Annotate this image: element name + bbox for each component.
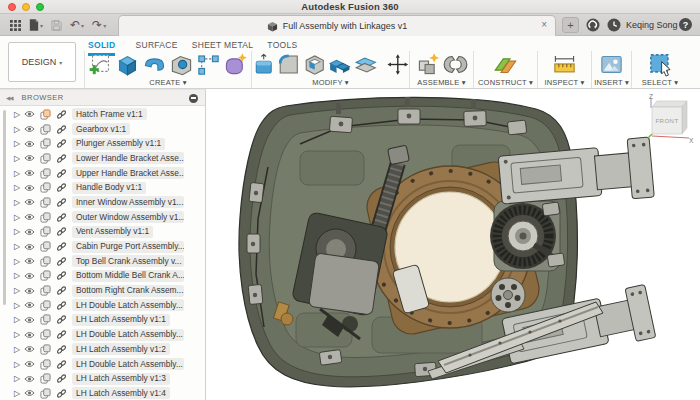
workspace-selector-button[interactable]: DESIGN ▾ [8,42,76,82]
close-tab-icon[interactable]: × [541,19,547,30]
expand-arrow-icon[interactable]: ▷ [14,154,24,163]
browser-tree-row[interactable]: ▷ Plunger Assembly v1:1 [0,136,206,151]
component-label[interactable]: Vent Assembly v1:1 [72,226,153,238]
expand-arrow-icon[interactable]: ▷ [14,198,24,207]
fillet-icon[interactable] [277,52,300,77]
visibility-eye-icon[interactable] [24,228,35,236]
component-label[interactable]: LH Double Latch Assembly... [72,329,184,341]
insert-image-icon[interactable] [599,52,624,77]
close-window-button[interactable] [8,3,16,11]
browser-tree-row[interactable]: ▷ Upper Handle Bracket Asse... [0,166,206,181]
component-label[interactable]: Gearbox v1:1 [72,123,130,135]
expand-arrow-icon[interactable]: ▷ [14,271,24,280]
browser-tree-row[interactable]: ▷ LH Latch Assembly v1:2 [0,342,206,357]
browser-tree-row[interactable]: ▷ LH Latch Assembly v1:1 [0,313,206,328]
revolve-icon[interactable] [142,52,167,77]
visibility-eye-icon[interactable] [24,272,35,280]
visibility-eye-icon[interactable] [24,184,35,192]
expand-arrow-icon[interactable]: ▷ [14,139,24,148]
redo-caret[interactable]: ▾ [103,22,106,29]
component-label[interactable]: Inner Window Assembly v1... [72,196,184,208]
visibility-eye-icon[interactable] [24,375,35,383]
browser-tree-row[interactable]: ▷ LH Double Latch Assembly... [0,357,206,372]
insert-menu[interactable]: INSERT ▾ [592,78,631,87]
file-menu-icon[interactable]: ▾ [29,19,43,31]
browser-tree-row[interactable]: ▷ Bottom Right Crank Assem... [0,283,206,298]
browser-tree-row[interactable]: ▷ Vent Assembly v1:1 [0,225,206,240]
move-copy-icon[interactable] [387,53,409,76]
expand-arrow-icon[interactable]: ▷ [14,389,24,398]
browser-tree-row[interactable]: ▷ LH Double Latch Assembly... [0,327,206,342]
visibility-eye-icon[interactable] [24,140,35,148]
measure-icon[interactable] [552,52,577,77]
visibility-eye-icon[interactable] [24,213,35,221]
joint-icon[interactable] [443,52,468,77]
visibility-eye-icon[interactable] [24,360,35,368]
combine-icon[interactable] [328,52,351,77]
select-menu[interactable]: SELECT ▾ [632,78,688,87]
construct-menu[interactable]: CONSTRUCT ▾ [474,78,537,87]
create-sketch-icon[interactable] [88,52,113,77]
component-label[interactable]: LH Latch Assembly v1:3 [72,373,170,385]
expand-arrow-icon[interactable]: ▷ [14,286,24,295]
new-component-icon[interactable] [416,52,441,77]
3d-viewport[interactable]: Z FRONT X ◀◀ BROWSER ▷ [0,89,700,400]
visibility-eye-icon[interactable] [24,345,35,353]
visibility-eye-icon[interactable] [24,389,35,397]
undo-caret[interactable]: ▾ [81,22,84,29]
expand-arrow-icon[interactable]: ▷ [14,213,24,222]
visibility-eye-icon[interactable] [24,243,35,251]
browser-tree-row[interactable]: ▷ LH Double Latch Assembly... [0,298,206,313]
browser-options-icon[interactable] [189,94,198,103]
collapse-panel-icon[interactable]: ◀◀ [6,95,12,101]
expand-arrow-icon[interactable]: ▷ [14,257,24,266]
browser-tree-row[interactable]: ▷ Outer Window Assembly v1... [0,210,206,225]
component-label[interactable]: Top Bell Crank Assembly v... [72,255,184,267]
browser-tree-row[interactable]: ▷ LH Latch Assembly v1:3 [0,371,206,386]
visibility-eye-icon[interactable] [24,257,35,265]
redo-icon[interactable]: ↷ ▾ [92,19,106,31]
expand-arrow-icon[interactable]: ▷ [14,345,24,354]
visibility-eye-icon[interactable] [24,198,35,206]
expand-arrow-icon[interactable]: ▷ [14,110,24,119]
expand-arrow-icon[interactable]: ▷ [14,169,24,178]
browser-tree-row[interactable]: ▷ Handle Body v1:1 [0,180,206,195]
visibility-eye-icon[interactable] [24,110,35,118]
visibility-eye-icon[interactable] [24,331,35,339]
split-body-icon[interactable] [354,52,377,77]
app-grid-icon[interactable] [10,20,21,31]
new-tab-button[interactable]: + [562,17,579,33]
viewcube[interactable]: Z FRONT X [640,93,694,147]
extensions-icon[interactable] [586,18,600,32]
browser-tree-row[interactable]: ▷ Cabin Purge Port Assembly... [0,239,206,254]
component-label[interactable]: LH Latch Assembly v1:4 [72,387,170,399]
expand-arrow-icon[interactable]: ▷ [14,374,24,383]
expand-arrow-icon[interactable]: ▷ [14,242,24,251]
expand-arrow-icon[interactable]: ▷ [14,330,24,339]
five-bolt-flange[interactable] [491,278,525,312]
browser-tree-row[interactable]: ▷ LH Latch Assembly v1:4 [0,386,206,400]
browser-tree-row[interactable]: ▷ Bottom Middle Bell Crank A... [0,269,206,284]
component-label[interactable]: Outer Window Assembly v1... [72,211,184,223]
modify-menu[interactable]: MODIFY ▾ [252,78,409,87]
document-tab[interactable]: Full Assembly with Linkages v1 × [118,15,556,36]
save-icon[interactable] [51,20,62,31]
component-label[interactable]: Plunger Assembly v1:1 [72,138,165,150]
zoom-window-button[interactable] [36,3,44,11]
component-label[interactable]: Cabin Purge Port Assembly... [72,241,184,253]
construct-plane-icon[interactable] [493,52,518,77]
visibility-eye-icon[interactable] [24,287,35,295]
pattern-icon[interactable] [196,52,221,77]
expand-arrow-icon[interactable]: ▷ [14,360,24,369]
job-status-clock-icon[interactable] [607,18,621,32]
component-label[interactable]: Bottom Middle Bell Crank A... [72,270,184,282]
browser-scrollbar[interactable] [3,110,6,305]
browser-tree-row[interactable]: ▷ Hatch Frame v1:1 [0,107,206,122]
component-label[interactable]: Lower Handle Bracket Asse... [72,152,184,164]
expand-arrow-icon[interactable]: ▷ [14,125,24,134]
viewcube-top-face[interactable] [652,101,687,107]
browser-tree-row[interactable]: ▷ Lower Handle Bracket Asse... [0,151,206,166]
component-label[interactable]: LH Double Latch Assembly... [72,299,184,311]
component-label[interactable]: Handle Body v1:1 [72,182,146,194]
browser-tree-row[interactable]: ▷ Top Bell Crank Assembly v... [0,254,206,269]
